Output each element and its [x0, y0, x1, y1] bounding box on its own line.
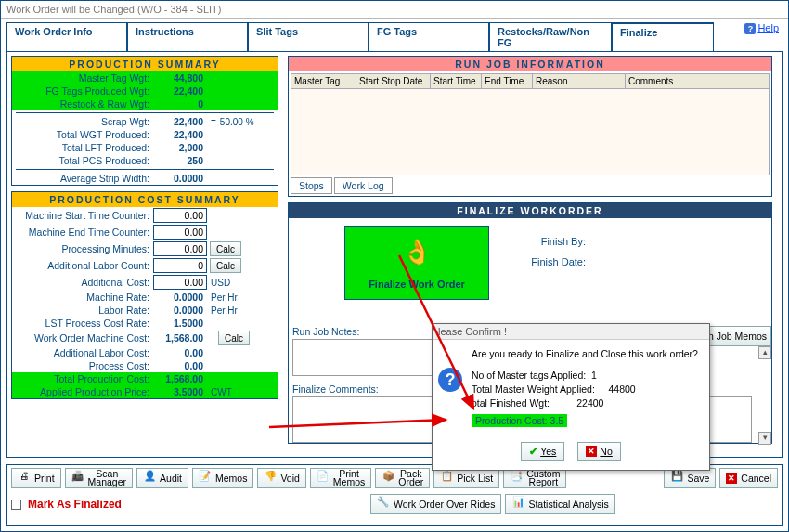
- row-total-lft: Total LFT Produced: 2,000: [12, 141, 278, 154]
- val-total-wgt: 22,400: [153, 129, 207, 140]
- input-addlabor[interactable]: [153, 258, 207, 273]
- input-mend[interactable]: [153, 225, 207, 240]
- print-memos-button[interactable]: 📄Print Memos: [310, 468, 371, 488]
- save-button[interactable]: 💾Save: [664, 468, 716, 488]
- void-button[interactable]: 👎Void: [257, 468, 305, 488]
- dlg-l1b: 1: [591, 370, 597, 381]
- over-rides-button[interactable]: 🔧Work Order Over Rides: [370, 494, 502, 514]
- unit-lrate: Per Hr: [207, 305, 238, 316]
- custom-report-button[interactable]: 📑Custom Report: [503, 468, 566, 488]
- confirm-dialog: lease Confirm ! ? Are you ready to Final…: [432, 323, 710, 471]
- val-scrap: 22,400: [153, 116, 207, 127]
- val-lrate: 0.0000: [153, 305, 207, 316]
- run-job-memos-button[interactable]: n Job Memos: [704, 326, 771, 346]
- subtab-worklog[interactable]: Work Log: [334, 177, 393, 194]
- cancel-x-icon: ✕: [726, 473, 737, 484]
- val-app: 3.5000: [153, 386, 207, 397]
- lbl-lst: LST Process Cost Rate:: [14, 318, 153, 329]
- calc-btn-2[interactable]: Calc: [210, 258, 241, 273]
- run-job-header: RUN JOB INFORMATION: [289, 57, 771, 71]
- thumbs-down-icon: 👎: [264, 472, 277, 485]
- cancel-button[interactable]: ✕Cancel: [719, 468, 778, 488]
- val-mrate: 0.0000: [153, 292, 207, 303]
- val-total-pcs: 250: [153, 155, 207, 166]
- audit-button[interactable]: 👤Audit: [136, 468, 188, 488]
- pack-order-button[interactable]: 📦Pack Order: [375, 468, 430, 488]
- unit-usd: USD: [207, 278, 230, 288]
- col-start-time: Start Time: [431, 74, 482, 88]
- production-summary-panel: PRODUCTION SUMMARY Master Tag Wgt: 44,80…: [11, 56, 278, 186]
- dlg-l2a: Total Master Weight Applied:: [472, 383, 595, 395]
- page-icon: 📄: [317, 472, 330, 485]
- dlg-l3a: otal Finished Wgt:: [472, 397, 550, 409]
- val-restock: 0: [153, 98, 207, 110]
- yes-button[interactable]: ✔Yes: [521, 442, 564, 461]
- dialog-production-cost: Production Cost: 3.5: [472, 414, 567, 427]
- dlg-l2b: 44800: [608, 383, 635, 395]
- val-tpc: 1,568.00: [153, 373, 207, 384]
- col-end-time: End Time: [482, 74, 533, 88]
- row-restock: Restock & Raw Wgt: 0: [12, 97, 278, 110]
- lbl-restock: Restock & Raw Wgt:: [14, 98, 153, 110]
- lbl-addlabor: Additional Labor Count:: [14, 260, 153, 271]
- tab-work-order-info[interactable]: Work Order Info: [6, 22, 127, 51]
- window-title: Work Order will be Changed (W/O - 384 - …: [1, 1, 788, 19]
- question-icon: ?: [438, 368, 462, 392]
- tab-instructions[interactable]: Instructions: [127, 22, 248, 51]
- mark-finalized-checkbox[interactable]: [11, 500, 21, 510]
- pct-scrap: 50.00 %: [216, 117, 254, 127]
- cost-summary-panel: PRODUCTION COST SUMMARY Machine Start Ti…: [11, 191, 278, 399]
- input-mstart[interactable]: [153, 208, 207, 223]
- statistical-analysis-button[interactable]: 📊Statistical Analysis: [505, 494, 614, 514]
- tab-fg-tags[interactable]: FG Tags: [369, 22, 489, 51]
- list-icon: 📋: [440, 472, 453, 485]
- tab-slit-tags[interactable]: Slit Tags: [248, 22, 369, 51]
- lbl-procmin: Processing Minutes:: [14, 243, 153, 254]
- col-master-tag: Master Tag: [291, 74, 356, 88]
- help-link[interactable]: Help: [744, 22, 779, 34]
- x-icon: ✕: [586, 446, 597, 457]
- finalize-work-order-button[interactable]: 👌 Finalize Work Order: [344, 226, 489, 300]
- calc-btn-1[interactable]: Calc: [210, 241, 241, 256]
- scroll-up-icon[interactable]: ▴: [758, 346, 771, 359]
- pick-list-button[interactable]: 📋Pick List: [433, 468, 499, 488]
- mark-finalized-label: Mark As Finalized: [28, 498, 122, 511]
- tab-restocks[interactable]: Restocks/Raw/Non FG: [489, 22, 612, 51]
- scroll-down-icon[interactable]: ▾: [758, 432, 771, 445]
- lbl-total-wgt: Total WGT Produced:: [14, 129, 153, 140]
- run-job-grid[interactable]: Master Tag Start Stop Date Start Time En…: [291, 73, 770, 175]
- lbl-mstart: Machine Start Time Counter:: [14, 210, 153, 221]
- subtab-stops[interactable]: Stops: [291, 177, 332, 194]
- col-reason: Reason: [533, 74, 626, 88]
- lbl-app: Applied Production Price:: [14, 386, 153, 397]
- no-button[interactable]: ✕No: [577, 442, 620, 461]
- lbl-avg-strip: Average Strip Width:: [14, 173, 153, 184]
- finish-labels: Finish By: Finish Date:: [511, 231, 586, 272]
- check-icon: ✔: [529, 446, 537, 457]
- production-summary-header: PRODUCTION SUMMARY: [12, 57, 278, 71]
- lbl-addlc: Additional Labor Cost:: [14, 347, 153, 358]
- val-master-tag-wgt: 44,800: [153, 72, 207, 84]
- memos-button[interactable]: 📝Memos: [192, 468, 253, 488]
- val-pcost: 0.00: [153, 360, 207, 371]
- lbl-scrap: Scrap Wgt:: [14, 116, 153, 127]
- tab-finalize[interactable]: Finalize: [612, 22, 714, 51]
- row-master-tag-wgt: Master Tag Wgt: 44,800: [12, 71, 278, 84]
- row-avg-strip: Average Strip Width: 0.0000: [12, 172, 278, 185]
- val-total-lft: 2,000: [153, 142, 207, 153]
- calc-btn-3[interactable]: Calc: [218, 331, 250, 345]
- eq-scrap: =: [207, 117, 216, 127]
- cost-summary-header: PRODUCTION COST SUMMARY: [12, 192, 278, 207]
- col-start-stop: Start Stop Date: [356, 74, 431, 88]
- input-addcost[interactable]: [153, 275, 207, 290]
- save-icon: 💾: [670, 472, 683, 485]
- print-button[interactable]: 🖨Print: [11, 468, 61, 488]
- lbl-tpc: Total Production Cost:: [14, 373, 153, 384]
- scan-manager-button[interactable]: 📠Scan Manager: [65, 468, 133, 488]
- dlg-l3b: 22400: [576, 397, 603, 409]
- lbl-total-lft: Total LFT Produced:: [14, 142, 153, 153]
- subtabs: Stops Work Log: [291, 177, 770, 194]
- input-procmin[interactable]: [153, 241, 207, 256]
- dlg-l1a: No of Master tags Applied:: [472, 370, 586, 381]
- printer-icon: 🖨: [18, 472, 31, 485]
